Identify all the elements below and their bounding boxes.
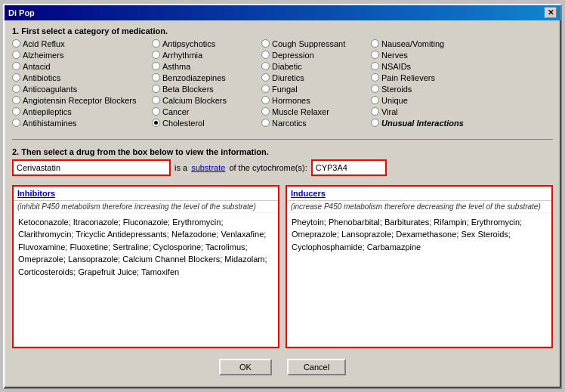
category-narcotics[interactable]: Narcotics xyxy=(261,118,371,128)
label-unusual-interactions: Unusual Interactions xyxy=(381,119,464,128)
radio-antipsychotics[interactable] xyxy=(152,39,160,48)
category-hormones[interactable]: Hormones xyxy=(261,95,371,106)
category-antihistamines[interactable]: Antihistamines xyxy=(12,118,152,128)
radio-nerves[interactable] xyxy=(371,51,379,59)
category-viral[interactable]: Viral xyxy=(371,106,492,117)
radio-cough-suppressant[interactable] xyxy=(261,39,270,48)
radio-cholesterol[interactable] xyxy=(152,119,160,127)
radio-pain-relievers[interactable] xyxy=(371,73,379,82)
label-nsaids: NSAIDs xyxy=(381,62,411,71)
radio-viral[interactable] xyxy=(371,107,379,116)
category-angiotensin[interactable]: Angiotensin Receptor Blockers xyxy=(12,95,152,106)
category-antibiotics[interactable]: Antibiotics xyxy=(12,73,152,83)
label-muscle-relaxer: Muscle Relaxer xyxy=(272,107,329,116)
label-narcotics: Narcotics xyxy=(272,119,307,128)
category-asthma[interactable]: Asthma xyxy=(152,61,261,72)
label-nausea-vomiting: Nausea/Vomiting xyxy=(381,39,444,48)
substrate-input[interactable] xyxy=(12,159,171,176)
radio-steroids[interactable] xyxy=(371,85,379,93)
radio-muscle-relaxer[interactable] xyxy=(261,107,270,116)
category-acid-reflux[interactable]: Acid Reflux xyxy=(12,39,152,49)
radio-unusual-interactions[interactable] xyxy=(371,119,379,127)
radio-antacid[interactable] xyxy=(12,62,20,70)
category-nerves[interactable]: Nerves xyxy=(371,50,492,60)
label-angiotensin: Angiotensin Receptor Blockers xyxy=(23,96,136,105)
radio-arrhythmia[interactable] xyxy=(152,51,160,59)
category-depression[interactable]: Depression xyxy=(261,50,371,60)
category-diabetic[interactable]: Diabetic xyxy=(261,61,371,72)
category-pain-relievers[interactable]: Pain Relievers xyxy=(371,73,492,83)
category-diuretics[interactable]: Diuretics xyxy=(261,73,371,83)
substrate-prefix: is a xyxy=(174,163,187,172)
radio-diuretics[interactable] xyxy=(261,73,270,82)
category-alzheimers[interactable]: Alzheimers xyxy=(12,50,152,60)
radio-fungal[interactable] xyxy=(261,85,270,93)
category-unusual-interactions[interactable]: Unusual Interactions xyxy=(371,118,492,128)
radio-hormones[interactable] xyxy=(261,96,270,104)
close-button[interactable]: ✕ xyxy=(545,8,557,18)
ok-button[interactable]: OK xyxy=(219,359,272,375)
radio-nausea-vomiting[interactable] xyxy=(371,39,379,48)
inducers-header: Inducers xyxy=(287,187,551,201)
label-pain-relievers: Pain Relievers xyxy=(381,73,435,82)
section1: 1. First select a category of medication… xyxy=(12,26,553,131)
category-beta-blockers[interactable]: Beta Blockers xyxy=(152,84,261,94)
category-grid: Acid Reflux Antipsychotics Cough Suppres… xyxy=(12,39,553,128)
category-nausea-vomiting[interactable]: Nausea/Vomiting xyxy=(371,39,492,49)
label-cholesterol: Cholesterol xyxy=(162,119,205,128)
category-muscle-relaxer[interactable]: Muscle Relaxer xyxy=(261,106,371,117)
category-calcium-blockers[interactable]: Calcium Blockers xyxy=(152,95,261,106)
cyp-input[interactable] xyxy=(311,159,387,176)
radio-benzodiazepines[interactable] xyxy=(152,73,160,82)
radio-anticoagulants[interactable] xyxy=(12,85,20,93)
substrate-row: is a substrate of the cytochrome(s): xyxy=(12,159,553,176)
radio-calcium-blockers[interactable] xyxy=(152,96,160,104)
radio-asthma[interactable] xyxy=(152,62,160,70)
radio-alzheimers[interactable] xyxy=(12,51,20,59)
category-cough-suppressant[interactable]: Cough Suppressant xyxy=(261,39,371,49)
label-hormones: Hormones xyxy=(272,96,310,105)
category-steroids[interactable]: Steroids xyxy=(371,84,492,94)
label-fungal: Fungal xyxy=(272,85,298,94)
category-antipsychotics[interactable]: Antipsychotics xyxy=(152,39,261,49)
category-antacid[interactable]: Antacid xyxy=(12,61,152,72)
inhibitors-title: Inhibitors xyxy=(17,189,55,198)
section1-label: 1. First select a category of medication… xyxy=(12,26,553,35)
label-depression: Depression xyxy=(272,51,314,60)
category-arrhythmia[interactable]: Arrhythmia xyxy=(152,50,261,60)
title-bar: Di Pop ✕ xyxy=(5,5,560,20)
radio-narcotics[interactable] xyxy=(261,119,270,127)
inducers-panel: Inducers (increase P450 metabolism there… xyxy=(286,185,553,348)
label-anticoagulants: Anticoagulants xyxy=(23,85,77,94)
category-unique[interactable]: Unique xyxy=(371,95,492,106)
radio-nsaids[interactable] xyxy=(371,62,379,70)
category-anticoagulants[interactable]: Anticoagulants xyxy=(12,84,152,94)
cancel-button[interactable]: Cancel xyxy=(287,359,346,375)
label-diuretics: Diuretics xyxy=(272,73,304,82)
label-arrhythmia: Arrhythmia xyxy=(162,51,202,60)
category-nsaids[interactable]: NSAIDs xyxy=(371,61,492,72)
radio-antibiotics[interactable] xyxy=(12,73,20,82)
category-antiepileptics[interactable]: Antiepileptics xyxy=(12,106,152,117)
radio-angiotensin[interactable] xyxy=(12,96,20,104)
inducers-body: Pheytoin; Phenobarbital; Barbiturates; R… xyxy=(287,213,551,347)
radio-beta-blockers[interactable] xyxy=(152,85,160,93)
radio-acid-reflux[interactable] xyxy=(12,39,20,48)
main-window: Di Pop ✕ 1. First select a category of m… xyxy=(3,4,562,389)
radio-diabetic[interactable] xyxy=(261,62,270,70)
radio-antihistamines[interactable] xyxy=(12,119,20,127)
label-antacid: Antacid xyxy=(23,62,51,71)
label-alzheimers: Alzheimers xyxy=(23,51,63,60)
radio-antiepileptics[interactable] xyxy=(12,107,20,116)
substrate-link[interactable]: substrate xyxy=(191,163,225,172)
label-calcium-blockers: Calcium Blockers xyxy=(162,96,227,105)
radio-unique[interactable] xyxy=(371,96,379,104)
radio-cancer[interactable] xyxy=(152,107,160,116)
category-cholesterol[interactable]: Cholesterol xyxy=(152,118,261,128)
category-benzodiazepines[interactable]: Benzodiazepines xyxy=(152,73,261,83)
panels-row: Inhibitors (inhibit P450 metabolism ther… xyxy=(12,185,553,348)
radio-depression[interactable] xyxy=(261,51,270,59)
category-fungal[interactable]: Fungal xyxy=(261,84,371,94)
category-cancer[interactable]: Cancer xyxy=(152,106,261,117)
label-unique: Unique xyxy=(381,96,408,105)
